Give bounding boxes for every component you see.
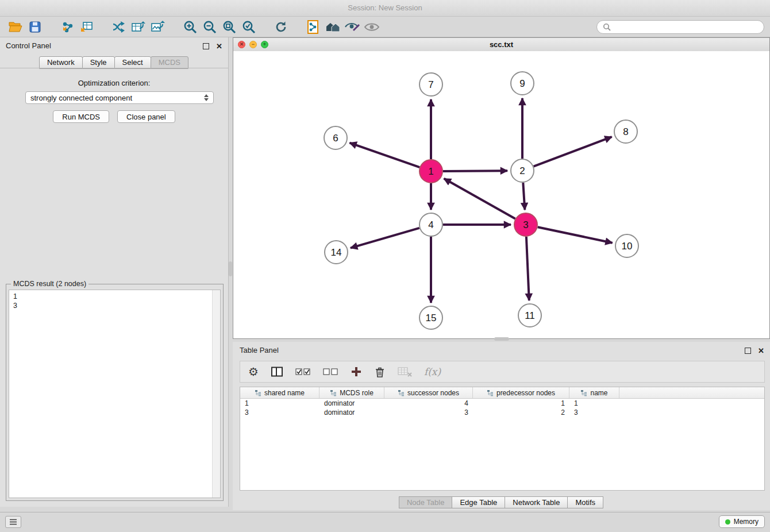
graph-node-label: 9	[519, 78, 525, 89]
run-mcds-button[interactable]: Run MCDS	[53, 110, 109, 123]
zoom-in-button[interactable]	[180, 18, 200, 36]
column-header-shared-name[interactable]: shared name	[240, 387, 319, 398]
control-tab-network[interactable]: Network	[39, 56, 83, 69]
refresh-button[interactable]	[271, 18, 291, 36]
export-table-button[interactable]	[129, 18, 148, 36]
window-minimize-icon[interactable]: −	[249, 41, 257, 48]
delete-column-button[interactable]	[374, 363, 386, 380]
open-session-button[interactable]	[6, 18, 25, 36]
graph-node-9[interactable]: 9	[511, 72, 534, 95]
import-table-button[interactable]	[77, 18, 97, 36]
hide-all-columns-button[interactable]	[323, 363, 338, 380]
graph-node-14[interactable]: 14	[325, 241, 348, 264]
graph-edge-1-2[interactable]	[443, 171, 507, 171]
search-input[interactable]	[614, 22, 758, 32]
column-header-mcds-role[interactable]: MCDS role	[319, 387, 384, 398]
table-cell[interactable]: 3	[240, 408, 319, 417]
network-document-button[interactable]	[303, 18, 323, 36]
zoom-out-button[interactable]	[200, 18, 220, 36]
table-cell[interactable]: dominator	[319, 399, 384, 408]
graph-edge-4-14[interactable]	[351, 228, 419, 248]
table-tab-node-table[interactable]: Node Table	[399, 496, 453, 508]
function-builder-button[interactable]: f(x)	[424, 363, 441, 380]
table-cell[interactable]: 3	[569, 408, 619, 417]
criterion-dropdown[interactable]: strongly connected component	[25, 91, 214, 104]
graph-node-label: 14	[331, 247, 342, 258]
import-network-button[interactable]	[57, 18, 77, 36]
zoom-fit-button[interactable]	[220, 18, 239, 36]
style-preview-button[interactable]	[342, 18, 362, 36]
graph-edge-1-6[interactable]	[350, 143, 420, 168]
mcds-result-list: 13	[9, 290, 221, 498]
table-row[interactable]: 3dominator323	[240, 408, 764, 417]
graph-edge-2-3[interactable]	[523, 183, 525, 210]
zoom-selected-button[interactable]	[239, 18, 259, 36]
table-cell[interactable]: 1	[473, 399, 569, 408]
column-header-filler	[619, 387, 764, 398]
column-header-name[interactable]: name	[569, 387, 619, 398]
window-maximize-icon[interactable]: +	[261, 41, 268, 48]
task-history-button[interactable]	[5, 516, 21, 528]
home-layout-icon	[325, 20, 341, 34]
graph-node-11[interactable]: 11	[518, 304, 541, 327]
home-layout-button[interactable]	[323, 18, 342, 36]
control-tab-style[interactable]: Style	[82, 56, 115, 69]
graph-node-2[interactable]: 2	[511, 159, 534, 182]
float-panel-icon[interactable]	[203, 43, 209, 49]
mcds-result-item[interactable]: 3	[9, 301, 220, 310]
network-canvas[interactable]: 7968124314101511	[233, 51, 769, 338]
graph-node-15[interactable]: 15	[419, 306, 442, 329]
clear-table-button[interactable]	[398, 363, 412, 380]
zoom-out-icon	[202, 20, 217, 34]
save-session-button[interactable]	[25, 18, 45, 36]
table-settings-button[interactable]: ⚙	[248, 363, 259, 380]
export-image-button[interactable]	[148, 18, 168, 36]
table-tab-edge-table[interactable]: Edge Table	[452, 496, 505, 508]
table-tab-network-table[interactable]: Network Table	[505, 496, 568, 508]
show-graphics-button[interactable]	[362, 18, 382, 36]
graph-edge-2-8[interactable]	[534, 137, 612, 166]
table-cell[interactable]: 1	[569, 399, 619, 408]
mcds-result-box: MCDS result (2 nodes) 13	[6, 284, 224, 501]
show-all-columns-button[interactable]	[295, 363, 311, 380]
graph-node-1[interactable]: 1	[419, 160, 442, 183]
table-row[interactable]: 1dominator411	[240, 399, 764, 408]
graph-node-6[interactable]: 6	[324, 126, 347, 149]
horizontal-splitter-handle[interactable]	[494, 337, 509, 341]
column-header-predecessor-nodes[interactable]: predecessor nodes	[473, 387, 569, 398]
graph-edge-3-1[interactable]	[444, 179, 515, 219]
table-body: 1dominator4113dominator323	[240, 399, 764, 417]
window-close-icon[interactable]: ✕	[238, 41, 245, 48]
float-table-panel-icon[interactable]	[745, 348, 751, 354]
result-scrollbar[interactable]	[212, 290, 220, 498]
column-header-successor-nodes[interactable]: successor nodes	[384, 387, 473, 398]
graph-node-10[interactable]: 10	[615, 234, 638, 257]
table-cell[interactable]: 4	[384, 399, 473, 408]
graph-node-3[interactable]: 3	[514, 213, 537, 236]
graph-node-7[interactable]: 7	[419, 73, 442, 96]
control-tab-mcds[interactable]: MCDS	[151, 56, 188, 69]
table-panel-header: Table Panel ✕	[233, 342, 770, 359]
memory-button[interactable]: Memory	[719, 515, 765, 528]
curved-arrows-button[interactable]	[109, 18, 129, 36]
column-header-label: MCDS role	[340, 389, 374, 397]
graph-node-4[interactable]: 4	[419, 213, 442, 236]
close-panel-icon[interactable]: ✕	[216, 43, 222, 50]
graph-edge-3-11[interactable]	[526, 237, 529, 300]
close-table-panel-icon[interactable]: ✕	[758, 347, 764, 354]
control-tab-select[interactable]: Select	[114, 56, 151, 69]
table-cell[interactable]: 3	[384, 408, 473, 417]
graph-edge-3-10[interactable]	[538, 227, 613, 242]
control-panel: Control Panel ✕ NetworkStyleSelectMCDS O…	[0, 37, 229, 507]
split-columns-button[interactable]	[271, 363, 283, 380]
close-panel-button[interactable]: Close panel	[117, 110, 175, 123]
add-column-button[interactable]	[351, 363, 362, 380]
mcds-result-item[interactable]: 1	[9, 290, 220, 301]
graph-node-8[interactable]: 8	[614, 120, 637, 143]
export-table-icon	[131, 20, 146, 34]
table-tab-motifs[interactable]: Motifs	[567, 496, 603, 508]
table-cell[interactable]: 2	[473, 408, 569, 417]
table-cell[interactable]: dominator	[319, 408, 384, 417]
vertical-splitter-handle[interactable]	[229, 261, 232, 276]
table-cell[interactable]: 1	[240, 399, 319, 408]
